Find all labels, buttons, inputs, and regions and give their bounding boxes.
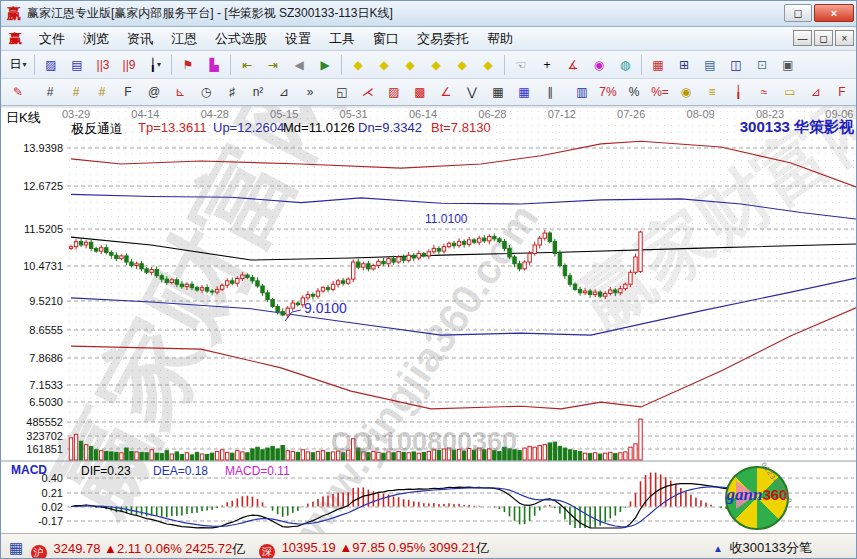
chip-figure-icon[interactable]: ⚑ <box>176 54 200 75</box>
price-axis-label: 8.6555 <box>29 324 63 336</box>
menu-item-4[interactable]: 公式选股 <box>206 28 276 50</box>
menu-item-9[interactable]: 帮助 <box>478 28 522 50</box>
window-restore-button[interactable]: ◻ <box>784 4 812 22</box>
wave-box-icon[interactable]: ≈ <box>752 82 776 103</box>
date-tick-05-15: 05-15 <box>270 108 298 120</box>
grid-box-red2-icon[interactable]: ▩ <box>408 82 432 103</box>
chip-distribution-icon[interactable]: ▨ <box>39 54 63 75</box>
macd-axis-label: 0.02 <box>42 501 63 513</box>
bars-tool-icon[interactable]: ▥ <box>570 82 594 103</box>
angle-tool-icon[interactable]: ∡ <box>561 54 585 75</box>
angle-lines-icon[interactable]: ∠ <box>434 82 458 103</box>
min3-chart-icon[interactable]: ||3 <box>91 54 115 75</box>
gann-gold-grid1-icon[interactable]: # <box>64 82 88 103</box>
macd-axis-label: -0.17 <box>38 515 63 527</box>
gann360-text: gann <box>727 485 763 504</box>
next-bar-icon[interactable]: ▶ <box>313 54 337 75</box>
gann-dense-grid-icon[interactable]: ♯ <box>220 82 244 103</box>
parallel-lines-icon[interactable]: ∥ <box>538 82 562 103</box>
channel-info-3: Md=11.0126 <box>283 120 355 135</box>
grid-box-red1-icon[interactable]: ▨ <box>382 82 406 103</box>
gann-square-n2-icon[interactable]: n² <box>246 82 270 103</box>
menu-item-1[interactable]: 浏览 <box>74 28 118 50</box>
prev-bar-icon[interactable]: ◀ <box>287 54 311 75</box>
menu-item-6[interactable]: 工具 <box>320 28 364 50</box>
menu-item-2[interactable]: 资讯 <box>118 28 162 50</box>
crosshair-tool-icon[interactable]: + <box>535 54 559 75</box>
j-angle-icon[interactable]: ⊿ <box>804 82 828 103</box>
min9-chart-icon[interactable]: ||9 <box>117 54 141 75</box>
feed-status-text: 收300133分笔 <box>730 540 812 555</box>
toolbar-separator <box>641 55 642 75</box>
gann-protractor-icon[interactable]: ⊾ <box>168 82 192 103</box>
magenta-tool-icon[interactable]: ◉ <box>587 54 611 75</box>
rect-tool-icon[interactable]: ◱ <box>330 82 354 103</box>
fan-lines-icon[interactable]: ⋌ <box>356 82 380 103</box>
gann-arrow-h-icon[interactable]: ◆ <box>398 54 422 75</box>
f-angle-icon[interactable]: F <box>830 82 854 103</box>
app-window: 赢 赢家江恩专业版[赢家内部服务平台] - [华策影视 SZ300133-113… <box>0 0 857 559</box>
calculator-tool-icon[interactable]: ⊞ <box>672 54 696 75</box>
child-minimize-button[interactable]: — <box>793 30 812 46</box>
candle-rocket-icon[interactable]: ╽ <box>726 82 750 103</box>
last-page-icon[interactable]: ⇥ <box>261 54 285 75</box>
percent-tool-icon[interactable]: % <box>622 82 646 103</box>
grid-box-black-icon[interactable]: ▦ <box>486 82 510 103</box>
f10-info-icon[interactable]: ▤ <box>65 54 89 75</box>
calendar-icon[interactable]: ▦ <box>9 539 23 556</box>
shanghai-unit: 亿 <box>232 541 245 556</box>
window-close-button[interactable]: × <box>814 4 854 22</box>
candle-style-icon[interactable]: ╽▾ <box>143 54 167 75</box>
menu-item-3[interactable]: 江恩 <box>162 28 206 50</box>
more-tools-icon[interactable]: » <box>298 82 322 103</box>
gann-arrow-left-icon[interactable]: ◆ <box>346 54 370 75</box>
save-tool-icon[interactable]: ◫ <box>724 54 748 75</box>
gann-spiral-icon[interactable]: @ <box>142 82 166 103</box>
draw-pen-icon[interactable]: ✎ <box>6 82 30 103</box>
pane-label: 日K线 <box>6 109 41 127</box>
notepad-tool-icon[interactable]: ▤ <box>698 54 722 75</box>
gann-gold-grid2-icon[interactable]: # <box>90 82 114 103</box>
gann-arrow-star-icon[interactable]: ◆ <box>450 54 474 75</box>
transfer-tool-icon[interactable]: ⊡ <box>750 54 774 75</box>
gold-lines-icon[interactable]: ≡ <box>700 82 724 103</box>
date-tick-07-26: 07-26 <box>617 108 645 120</box>
gann-arrow-right-icon[interactable]: ◆ <box>372 54 396 75</box>
pct-strike-icon[interactable]: 7% <box>596 82 620 103</box>
gann-flag-icon[interactable]: ⊿ <box>272 82 296 103</box>
color-histogram-icon[interactable]: ▙ <box>202 54 226 75</box>
stock-label: 300133 华策影视 <box>740 118 854 137</box>
net-tool-icon[interactable]: ◍ <box>613 54 637 75</box>
shanghai-market-icon: 沪 <box>31 545 47 559</box>
child-restore-button[interactable]: ◻ <box>814 30 833 46</box>
chart-area[interactable]: 赢家财富网www.yingjia360.com赢家财富网QQ:100800360… <box>1 106 857 533</box>
print-tool-icon[interactable]: ▣ <box>776 54 800 75</box>
gann-arrow-all-icon[interactable]: ◆ <box>476 54 500 75</box>
gold-box-icon[interactable]: ▭ <box>778 82 802 103</box>
gann-arrow-cross-icon[interactable]: ◆ <box>424 54 448 75</box>
child-close-button[interactable]: × <box>835 30 854 46</box>
shenzhen-market-icon: 深 <box>259 544 275 559</box>
child-window-controls: —◻× <box>793 30 854 46</box>
calendar-tool-icon[interactable]: ▦ <box>646 54 670 75</box>
hand-tool-icon[interactable]: ☜ <box>509 54 533 75</box>
menu-item-0[interactable]: 文件 <box>30 28 74 50</box>
first-page-icon[interactable]: ⇤ <box>235 54 259 75</box>
gann-f-grid-icon[interactable]: F <box>116 82 140 103</box>
menu-item-7[interactable]: 窗口 <box>364 28 408 50</box>
gold-circle-icon[interactable]: ◉ <box>674 82 698 103</box>
wave-tool-icon[interactable]: ⋁ <box>460 82 484 103</box>
watermark-text: QQ:100800360 <box>331 427 517 457</box>
toolbar-separator <box>230 55 231 75</box>
menu-item-5[interactable]: 设置 <box>276 28 320 50</box>
price-axis-label: 10.4731 <box>23 260 63 272</box>
gann-circle-icon[interactable]: ◷ <box>194 82 218 103</box>
grid-box-blue-icon[interactable]: ▦ <box>512 82 536 103</box>
price-axis-label: 13.9398 <box>23 142 63 154</box>
menu-item-8[interactable]: 交易委托 <box>408 28 478 50</box>
macd-dif-line <box>71 484 731 529</box>
channel-info-2: Up=12.2604 <box>213 120 284 135</box>
pct-lines-icon[interactable]: %= <box>648 82 672 103</box>
gann-grid-icon[interactable]: # <box>38 82 62 103</box>
period-day-icon[interactable]: 日▾ <box>6 54 30 75</box>
